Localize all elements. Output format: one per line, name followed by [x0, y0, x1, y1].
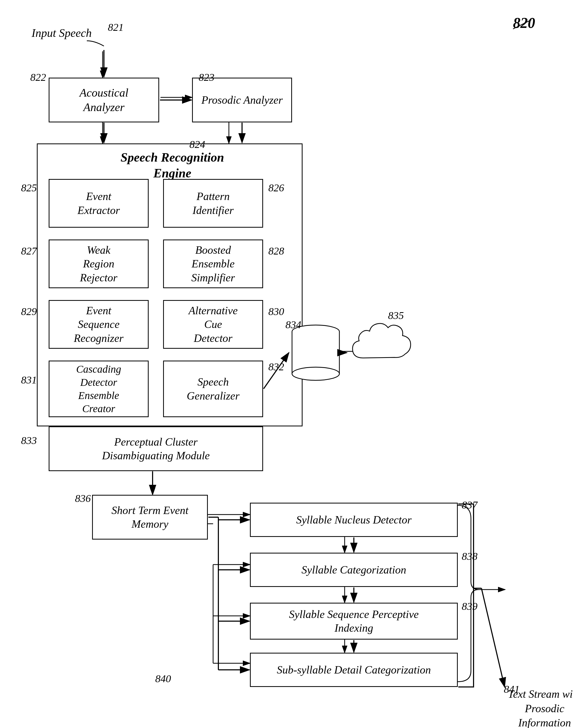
ref-821: 821	[108, 21, 124, 34]
input-speech-label: Input Speech	[32, 26, 92, 40]
boosted-ensemble-simplifier-box: BoostedEnsembleSimplifier	[163, 240, 263, 288]
ref-826: 826	[268, 182, 284, 194]
cloud-icon	[347, 310, 421, 369]
ref-837: 837	[462, 499, 477, 511]
event-sequence-recognizer-box: EventSequenceRecognizer	[49, 300, 149, 349]
ref-836: 836	[75, 492, 91, 504]
ref-839: 839	[462, 600, 477, 613]
ref-830: 830	[268, 305, 284, 318]
diagram-ref-820: 820	[513, 14, 535, 31]
syllable-sequence-box: Syllable Sequence PerceptiveIndexing	[250, 603, 458, 640]
syllable-categorization-box: Syllable Categorization	[250, 553, 458, 587]
ref-838: 838	[462, 550, 477, 563]
ref-825: 825	[21, 182, 37, 194]
ref-829: 829	[21, 305, 37, 318]
ref-835: 835	[388, 309, 404, 322]
ref-827: 827	[21, 245, 37, 257]
ref-824: 824	[190, 138, 205, 151]
ref-822: 822	[30, 71, 46, 84]
alternative-cue-detector-box: AlternativeCueDetector	[163, 300, 263, 349]
ref-840: 840	[155, 673, 171, 685]
svg-point-24	[292, 367, 340, 380]
prosodic-analyzer-box: Prosodic Analyzer	[192, 78, 292, 123]
speech-generalizer-box: SpeechGeneralizer	[163, 360, 263, 417]
ref-832: 832	[268, 360, 284, 373]
ref-834: 834	[285, 319, 301, 331]
sub-syllable-box: Sub-syllable Detail Categorization	[250, 653, 458, 687]
short-term-event-memory-box: Short Term EventMemory	[92, 495, 208, 540]
acoustical-analyzer-box: AcousticalAnalyzer	[49, 78, 159, 123]
ref-828: 828	[268, 245, 284, 257]
perceptual-cluster-box: Perceptual ClusterDisambiguating Module	[49, 426, 263, 471]
ref-841: 841	[504, 683, 520, 695]
ref-823: 823	[199, 71, 214, 84]
database-icon	[290, 324, 342, 382]
ref-831: 831	[21, 374, 37, 386]
svg-line-45	[481, 588, 505, 687]
event-extractor-box: EventExtractor	[49, 179, 149, 228]
syllable-nucleus-detector-box: Syllable Nucleus Detector	[250, 503, 458, 537]
ref-833: 833	[21, 434, 37, 447]
pattern-identifier-box: PatternIdentifier	[163, 179, 263, 228]
weak-region-rejector-box: WeakRegionRejector	[49, 240, 149, 288]
cascading-detector-box: CascadingDetectorEnsembleCreator	[49, 360, 149, 417]
